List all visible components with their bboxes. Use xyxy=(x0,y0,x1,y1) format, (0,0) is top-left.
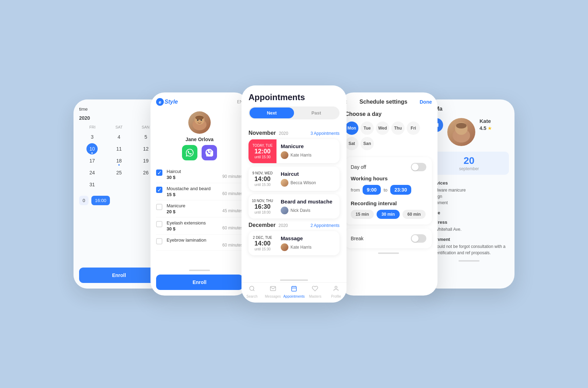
interval-60[interactable]: 60 min xyxy=(402,210,426,219)
service-checkbox-eyelash[interactable] xyxy=(156,221,162,227)
nav-messages[interactable]: Messages xyxy=(262,285,284,298)
calendar-year: 2020 xyxy=(79,115,90,121)
date-badge-10nov: 10 NOV, THU 16:30 until 18:00 xyxy=(248,195,276,219)
price-label: Price xyxy=(429,210,509,215)
time-to[interactable]: 23:30 xyxy=(390,185,411,195)
day-18[interactable]: 18 xyxy=(113,155,125,166)
slot-1600[interactable]: 16:00 xyxy=(91,196,110,205)
service-eyebrow[interactable]: Eyebrow lamination 60 minutes xyxy=(156,235,243,251)
day-12[interactable]: 12 xyxy=(140,143,152,154)
nav-search[interactable]: Search xyxy=(241,285,262,298)
services-list: ✓ Haircut 30 $ 90 minutes ✓ Moustache an… xyxy=(156,166,243,251)
day-off-card: Day off Working hours from 9:00 to 23:30… xyxy=(345,157,432,224)
whatsapp-button[interactable] xyxy=(182,145,197,160)
service-moustache[interactable]: ✓ Moustache and beard 15 $ 60 minutes xyxy=(156,183,243,200)
day-off-toggle[interactable] xyxy=(411,163,426,171)
nav-masters[interactable]: Masters xyxy=(305,285,326,298)
appointments-title: Appointments xyxy=(248,92,340,102)
days-selector: Mon Tue Wed Thu Fri Sat San xyxy=(345,122,432,150)
recording-interval-label: Recording interval xyxy=(351,200,426,206)
day-san[interactable]: San xyxy=(360,137,374,150)
svg-line-6 xyxy=(253,290,254,291)
services-value: Hardware manicureDesignAlignment xyxy=(429,187,509,206)
from-label: from xyxy=(351,187,360,193)
comment-section: Comment It should not be forgot consulta… xyxy=(429,237,509,256)
avatar-illustration xyxy=(188,111,211,134)
day-10[interactable]: 10 xyxy=(86,143,98,154)
day-tue[interactable]: Tue xyxy=(360,122,374,135)
nov-count: 3 Appointments xyxy=(310,131,340,136)
svg-point-11 xyxy=(335,286,337,288)
day-3[interactable]: 3 xyxy=(86,131,98,143)
appointment-haircut[interactable]: 9 NOV, WED 14:00 until 15:30 Haircut Bec… xyxy=(248,167,340,191)
service-manicure[interactable]: Manicure 20 $ 45 minutes xyxy=(156,200,243,217)
service-haircut[interactable]: ✓ Haircut 30 $ 90 minutes xyxy=(156,166,243,183)
service-info-eyelash: Eyelash extensions 30 $ 60 minutes xyxy=(167,220,243,231)
day-19[interactable]: 19 xyxy=(140,155,152,166)
master-avatar-kate2 xyxy=(281,243,288,251)
time-from[interactable]: 9:00 xyxy=(363,185,381,195)
month-name-nov: November xyxy=(248,130,276,136)
break-toggle[interactable] xyxy=(411,234,426,243)
tab-next[interactable]: Next xyxy=(250,108,294,118)
day-wed[interactable]: Wed xyxy=(376,122,389,135)
appointment-manicure[interactable]: TODAY, TUE 12:00 until 15:30 Manicure Ka… xyxy=(248,139,340,163)
service-checkbox-manicure[interactable] xyxy=(156,204,162,210)
scroll-indicator-p4 xyxy=(378,252,399,254)
day-24[interactable]: 24 xyxy=(86,167,98,178)
service-eyelash[interactable]: Eyelash extensions 30 $ 60 minutes xyxy=(156,217,243,235)
logo-e: e xyxy=(156,98,164,106)
done-button[interactable]: Done xyxy=(420,99,432,105)
day-5[interactable]: 5 xyxy=(140,131,152,143)
scroll-indicator xyxy=(189,270,210,271)
phone-schedule: ‹ Schedule settings Done Choose a day Mo… xyxy=(340,92,438,296)
master-rating: 4.5 ★ xyxy=(479,125,509,131)
appointments-scroll[interactable]: November 2020 3 Appointments TODAY, TUE … xyxy=(241,126,346,279)
break-label: Break xyxy=(351,236,364,241)
nav-messages-label: Messages xyxy=(265,295,281,298)
day-off-label: Day off xyxy=(351,164,366,170)
slot-0[interactable]: 0 xyxy=(79,196,89,205)
service-checkbox-eyebrow[interactable] xyxy=(156,238,162,244)
master-avatar-nick xyxy=(281,207,288,214)
svg-rect-7 xyxy=(292,286,296,291)
appointments-icon xyxy=(291,285,297,293)
month-year-nov: 2020 xyxy=(279,131,288,136)
services-label: Services xyxy=(429,180,509,186)
break-card: Break xyxy=(345,229,432,248)
nav-appointments[interactable]: Appointments xyxy=(283,285,304,298)
day-fri[interactable]: Fri xyxy=(407,122,420,135)
viber-button[interactable] xyxy=(202,145,217,160)
enroll-button-p2[interactable]: Enroll xyxy=(156,275,243,290)
address-label: Address xyxy=(429,220,509,225)
day-25[interactable]: 25 xyxy=(113,167,125,178)
calendar-days: 3 4 5 10 11 12 17 18 19 24 25 26 31 xyxy=(79,131,159,190)
day-4[interactable]: 4 xyxy=(113,131,125,143)
comment-value: It should not be forgot consultation wit… xyxy=(429,243,509,256)
enroll-button[interactable]: Enroll xyxy=(79,268,159,283)
day-sat[interactable]: Sat xyxy=(345,137,358,150)
appointment-massage[interactable]: 2 DEC, TUE 14:00 until 15:30 Massage Kat… xyxy=(248,231,340,255)
date-badge-2dec: 2 DEC, TUE 14:00 until 15:30 xyxy=(248,231,276,255)
day-17[interactable]: 17 xyxy=(86,155,98,166)
to-label: to xyxy=(384,187,387,193)
day-mon[interactable]: Mon xyxy=(345,122,358,135)
schedule-title: Schedule settings xyxy=(359,99,407,105)
interval-15[interactable]: 15 min xyxy=(351,210,374,219)
service-checkbox-haircut[interactable]: ✓ xyxy=(156,169,162,176)
day-31[interactable]: 31 xyxy=(86,179,98,190)
master-avatar-svg xyxy=(447,118,475,146)
address-section: Address 10 Whitehall Ave. xyxy=(429,220,509,233)
nav-profile[interactable]: Profile xyxy=(326,285,346,298)
day-thu[interactable]: Thu xyxy=(391,122,405,135)
dec-count: 2 Appointments xyxy=(310,223,340,228)
messages-icon xyxy=(270,285,276,293)
day-26[interactable]: 26 xyxy=(140,167,152,178)
calendar-grid: FRI SAT SAN 3 4 5 10 11 12 17 18 19 24 2… xyxy=(79,125,159,190)
tab-past[interactable]: Past xyxy=(294,108,338,118)
appointment-beard[interactable]: 10 NOV, THU 16:30 until 18:00 Beard and … xyxy=(248,194,340,219)
rating-value: 4.5 xyxy=(479,125,486,131)
service-checkbox-moustache[interactable]: ✓ xyxy=(156,187,162,193)
day-11[interactable]: 11 xyxy=(113,143,125,154)
interval-30[interactable]: 30 min xyxy=(377,210,400,219)
